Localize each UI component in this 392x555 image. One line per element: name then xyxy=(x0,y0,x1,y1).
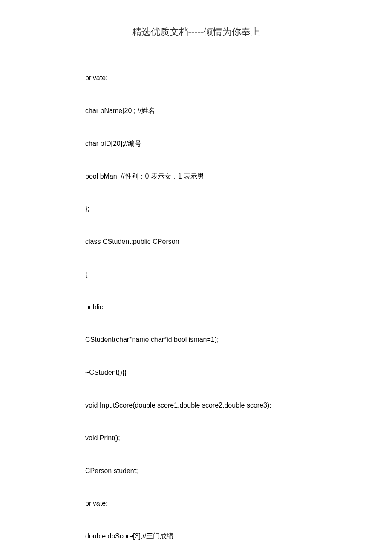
code-line: char pID[20];//编号 xyxy=(34,138,358,149)
code-line: public: xyxy=(34,302,358,313)
code-line: bool bMan; //性别：0 表示女，1 表示男 xyxy=(34,171,358,182)
code-line: char pName[20]; //姓名 xyxy=(34,105,358,116)
code-content: private: char pName[20]; //姓名 char pID[2… xyxy=(34,51,358,555)
code-line: { xyxy=(34,269,358,280)
page-header: 精选优质文档-----倾情为你奉上 xyxy=(34,26,358,42)
code-line: CPerson student; xyxy=(34,465,358,477)
code-line: private: xyxy=(34,498,358,509)
code-line: private: xyxy=(34,72,358,84)
code-line: void InputScore(double score1,double sco… xyxy=(34,400,358,411)
code-line: class CStudent:public CPerson xyxy=(34,236,358,247)
code-line: CStudent(char*name,char*id,bool isman=1)… xyxy=(34,334,358,345)
code-line: void Print(); xyxy=(34,433,358,444)
code-line: ~CStudent(){} xyxy=(34,367,358,378)
document-page: 精选优质文档-----倾情为你奉上 private: char pName[20… xyxy=(0,0,392,555)
code-line: }; xyxy=(34,203,358,214)
code-line: double dbScore[3];//三门成绩 xyxy=(34,531,358,542)
